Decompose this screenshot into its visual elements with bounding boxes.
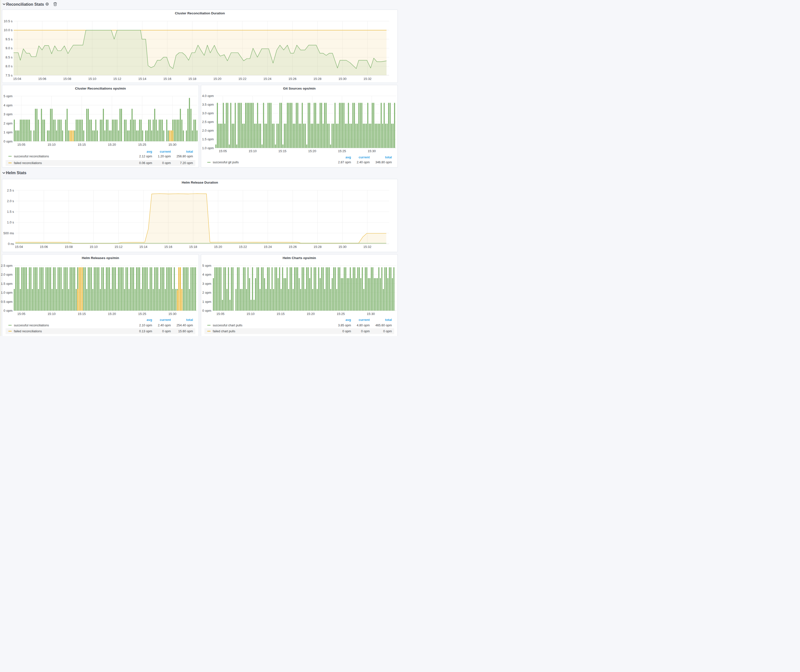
svg-text:2.87 opm: 2.87 opm [338,161,351,164]
svg-text:15:04: 15:04 [13,77,21,81]
svg-text:15:15: 15:15 [78,143,86,146]
svg-text:15:06: 15:06 [40,245,48,249]
svg-text:current: current [160,150,171,154]
svg-text:0 opm: 0 opm [3,309,12,312]
svg-text:0 opm: 0 opm [361,330,370,333]
svg-text:avg: avg [147,318,152,322]
svg-text:8.5 s: 8.5 s [5,55,13,59]
svg-text:avg: avg [346,318,351,322]
svg-text:4.80 opm: 4.80 opm [357,324,370,327]
svg-text:3.85 opm: 3.85 opm [338,324,351,327]
svg-text:Helm Release Duration: Helm Release Duration [182,181,218,184]
svg-text:15:10: 15:10 [48,312,56,316]
svg-text:15:06: 15:06 [38,77,46,81]
svg-text:15:30: 15:30 [168,143,177,146]
svg-text:15:30: 15:30 [338,245,347,249]
svg-text:Helm Charts ops/min: Helm Charts ops/min [283,256,316,260]
svg-text:15:15: 15:15 [278,149,286,153]
svg-text:1.0 opm: 1.0 opm [1,291,13,294]
svg-text:Helm Stats: Helm Stats [6,171,26,175]
svg-text:2.12 opm: 2.12 opm [139,155,152,158]
svg-text:15:05: 15:05 [17,143,26,146]
svg-text:successful reconciliations: successful reconciliations [14,324,49,327]
svg-text:5 opm: 5 opm [202,264,211,267]
svg-text:15:20: 15:20 [307,312,315,316]
svg-text:Cluster Reconciliation Duratio: Cluster Reconciliation Duration [175,11,225,15]
svg-text:current: current [160,318,171,322]
svg-text:successful chart pulls: successful chart pulls [213,324,242,327]
svg-text:15:18: 15:18 [189,245,197,249]
svg-text:1 opm: 1 opm [3,130,12,134]
svg-text:current: current [359,155,370,159]
svg-text:0 ns: 0 ns [8,242,14,246]
svg-text:15:24: 15:24 [264,77,272,81]
svg-text:2.40 opm: 2.40 opm [158,324,171,327]
svg-text:3 opm: 3 opm [3,112,12,116]
svg-text:15:04: 15:04 [15,245,23,249]
svg-text:15:10: 15:10 [88,77,96,81]
svg-text:failed chart pulls: failed chart pulls [213,330,235,333]
svg-text:7.20 opm: 7.20 opm [180,161,193,165]
svg-text:2.0 opm: 2.0 opm [1,273,13,276]
svg-text:15:26: 15:26 [288,77,297,81]
svg-text:15:20: 15:20 [108,143,116,146]
svg-text:15:22: 15:22 [238,77,246,81]
svg-text:15:25: 15:25 [138,143,146,146]
svg-text:2 opm: 2 opm [3,122,12,125]
svg-text:0 opm: 0 opm [202,309,211,312]
svg-text:Cluster Reconciliations ops/mi: Cluster Reconciliations ops/min [75,86,126,90]
svg-text:failed reconciliations: failed reconciliations [14,161,42,165]
svg-text:15.60 opm: 15.60 opm [178,330,193,333]
svg-text:4 opm: 4 opm [3,103,12,107]
svg-text:15:08: 15:08 [63,77,72,81]
svg-text:2 opm: 2 opm [202,291,211,294]
svg-text:15:20: 15:20 [108,312,116,316]
svg-text:total: total [186,318,193,322]
svg-text:15:10: 15:10 [90,245,98,249]
svg-text:0.06 opm: 0.06 opm [139,161,152,165]
svg-text:successful reconciliations: successful reconciliations [14,155,49,158]
svg-text:15:28: 15:28 [314,245,322,249]
svg-text:15:28: 15:28 [314,77,322,81]
svg-text:15:26: 15:26 [289,245,297,249]
svg-text:9.0 s: 9.0 s [5,46,13,50]
svg-text:0.5 opm: 0.5 opm [1,300,13,304]
svg-text:1.5 opm: 1.5 opm [1,282,13,286]
svg-text:2.5 opm: 2.5 opm [1,264,13,267]
svg-text:15:22: 15:22 [239,245,247,249]
svg-text:15:25: 15:25 [138,312,146,316]
svg-text:15:30: 15:30 [168,312,177,316]
svg-text:0 opm: 0 opm [162,161,171,165]
svg-text:15:16: 15:16 [163,77,171,81]
svg-text:1.5 s: 1.5 s [7,210,14,214]
svg-text:465.60 opm: 465.60 opm [375,324,392,327]
svg-text:15:10: 15:10 [246,312,254,316]
svg-text:7.5 s: 7.5 s [5,74,13,77]
svg-text:2.5 s: 2.5 s [7,189,14,192]
svg-text:0 opm: 0 opm [3,139,12,143]
svg-text:1.5 opm: 1.5 opm [202,137,214,141]
svg-text:15:20: 15:20 [308,149,317,153]
svg-text:15:20: 15:20 [213,77,221,81]
svg-text:3.0 opm: 3.0 opm [202,111,214,115]
svg-text:500 ms: 500 ms [3,231,14,235]
svg-text:15:05: 15:05 [17,312,26,316]
svg-text:15:24: 15:24 [264,245,272,249]
svg-text:0 opm: 0 opm [342,330,351,333]
svg-text:4 opm: 4 opm [202,273,211,276]
svg-text:total: total [385,318,392,322]
svg-text:15:15: 15:15 [78,312,86,316]
svg-text:0 opm: 0 opm [162,330,171,333]
svg-text:Helm Releases ops/min: Helm Releases ops/min [82,256,119,260]
svg-text:10.0 s: 10.0 s [4,28,13,32]
svg-text:5 opm: 5 opm [3,94,12,98]
svg-text:9.5 s: 9.5 s [5,37,13,41]
svg-text:15:20: 15:20 [214,245,222,249]
svg-text:15:14: 15:14 [139,245,147,249]
svg-text:15:12: 15:12 [115,245,123,249]
svg-text:2.0 opm: 2.0 opm [202,129,214,132]
svg-text:15:32: 15:32 [363,245,371,249]
svg-text:4.0 opm: 4.0 opm [202,94,214,98]
svg-text:Git Sources ops/min: Git Sources ops/min [283,86,315,90]
svg-text:total: total [385,155,392,159]
